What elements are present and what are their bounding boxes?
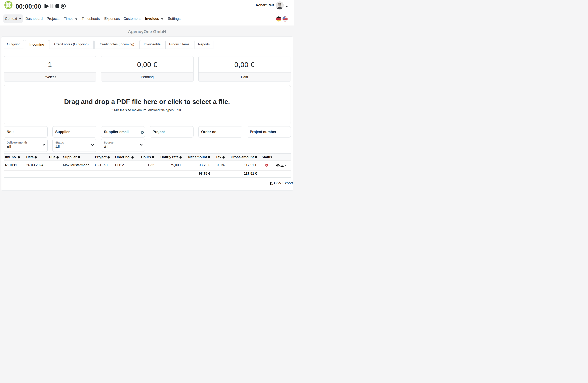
svg-text:csv: csv xyxy=(271,183,273,185)
